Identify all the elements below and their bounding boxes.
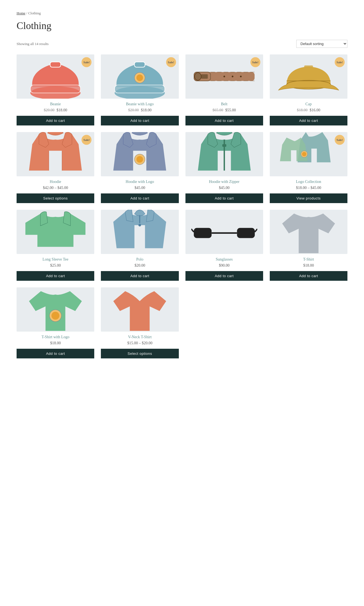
product-name: T-Shirt with Logo [41,335,69,339]
product-image-wrap [101,287,179,332]
product-price: $20.00 [135,263,145,268]
product-image [191,135,257,173]
add-to-cart-button-hoodie[interactable]: Select options [17,193,94,203]
product-price: $25.00 [50,263,61,268]
product-image [107,135,173,173]
sale-badge: Sale! [82,57,91,67]
product-name: Long Sleeve Tee [43,257,69,262]
product-image-wrap [101,132,179,176]
product-card-beanie-with-logo: Sale! Beanie with Logo $20.00 $18.00 Add… [101,54,179,125]
product-card-long-sleeve-tee: Long Sleeve Tee $25.00 Add to cart [17,210,94,281]
product-image-wrap: Sale! [101,54,179,99]
product-image-wrap [17,210,94,254]
svg-rect-31 [237,228,255,238]
original-price: $65.00 [213,108,223,112]
product-card-logo-collection: Sale! Logo Collection $18.00 – $45.00 Vi… [270,132,347,203]
add-to-cart-button-polo[interactable]: Add to cart [101,271,179,281]
product-price: $20.00 $18.00 [128,108,152,112]
product-image-wrap [185,132,263,176]
product-image-wrap [270,210,347,254]
product-image [107,58,173,95]
product-price: $45.00 [135,186,145,190]
breadcrumb: Home / Clothing [17,11,347,15]
sort-select[interactable]: Default sortingSort by popularitySort by… [296,40,347,48]
product-image [276,213,342,251]
results-count: Showing all 14 results [17,42,49,46]
product-name: Polo [136,257,143,262]
product-image [22,291,88,328]
sale-badge: Sale! [82,135,91,145]
add-to-cart-button-hoodie-with-logo[interactable]: Add to cart [101,193,179,203]
product-price: $42.00 – $45.00 [43,186,68,190]
product-image [191,58,257,95]
product-image-wrap: Sale! [270,54,347,99]
svg-rect-5 [135,62,145,67]
product-price: $20.00 $18.00 [44,108,67,112]
svg-point-36 [51,312,59,320]
breadcrumb-current: Clothing [28,11,41,15]
products-grid: Sale! Beanie $20.00 $18.00 Add to cart S… [17,54,347,358]
product-price: $18.00 $16.00 [297,108,320,112]
add-to-cart-button-sunglasses[interactable]: Add to cart [185,271,263,281]
add-to-cart-button-belt[interactable]: Add to cart [185,116,263,125]
product-image [276,58,342,95]
svg-line-34 [255,229,257,232]
product-price: $15.00 – $20.00 [127,341,152,345]
product-image [276,135,342,173]
sale-badge: Sale! [250,57,260,67]
add-to-cart-button-cap[interactable]: Add to cart [270,116,347,125]
page-title: Clothing [17,20,347,32]
svg-point-27 [302,152,306,156]
svg-rect-30 [194,228,211,238]
product-image [107,291,173,328]
product-name: Cap [305,102,312,106]
product-image [22,58,88,95]
svg-rect-10 [201,74,208,79]
svg-point-16 [240,76,242,77]
product-image [191,213,257,251]
sale-badge: Sale! [166,57,176,67]
product-price: $18.00 – $45.00 [296,186,321,190]
product-name: Logo Collection [296,180,321,184]
add-to-cart-button-hoodie-with-zipper[interactable]: Add to cart [185,193,263,203]
product-image [107,213,173,251]
svg-point-15 [232,76,233,77]
product-name: Belt [221,102,227,106]
product-image-wrap [185,210,263,254]
product-image-wrap: Sale! [185,54,263,99]
toolbar: Showing all 14 results Default sortingSo… [17,40,347,48]
svg-rect-2 [50,62,61,67]
product-card-hoodie-with-logo: Hoodie with Logo $45.00 Add to cart [101,132,179,203]
product-image-wrap [101,210,179,254]
svg-point-29 [138,224,141,227]
product-name: Beanie with Logo [126,102,154,106]
product-image [22,213,88,251]
product-name: Hoodie with Logo [126,180,154,184]
product-name: Sunglasses [216,257,232,262]
add-to-cart-button-long-sleeve-tee[interactable]: Add to cart [17,271,94,281]
product-image-wrap [17,287,94,332]
breadcrumb-home-link[interactable]: Home [17,11,25,15]
product-name: V-Neck T-Shirt [128,335,151,339]
product-card-t-shirt: T-Shirt $18.00 Add to cart [270,210,347,281]
product-card-beanie: Sale! Beanie $20.00 $18.00 Add to cart [17,54,94,125]
breadcrumb-separator: / [26,11,27,15]
add-to-cart-button-beanie[interactable]: Add to cart [17,116,94,125]
product-name: Hoodie with Zipper [209,180,239,184]
product-price: $90.00 [219,263,230,268]
add-to-cart-button-beanie-with-logo[interactable]: Add to cart [101,116,179,125]
product-card-belt: Sale! Belt $65.00 $55.00 Add to cart [185,54,263,125]
add-to-cart-button-t-shirt-with-logo[interactable]: Add to cart [17,349,94,358]
add-to-cart-button-v-neck-t-shirt[interactable]: Select options [101,349,179,358]
product-image [22,135,88,173]
product-name: T-Shirt [303,257,314,262]
add-to-cart-button-logo-collection[interactable]: View products [270,193,347,203]
product-name: Hoodie [50,180,61,184]
product-card-t-shirt-with-logo: T-Shirt with Logo $18.00 Add to cart [17,287,94,358]
svg-point-7 [137,75,143,81]
product-card-hoodie: Sale! Hoodie $42.00 – $45.00 Select opti… [17,132,94,203]
svg-point-11 [195,73,201,80]
add-to-cart-button-t-shirt[interactable]: Add to cart [270,271,347,281]
svg-point-14 [223,76,225,77]
svg-line-33 [191,229,194,232]
